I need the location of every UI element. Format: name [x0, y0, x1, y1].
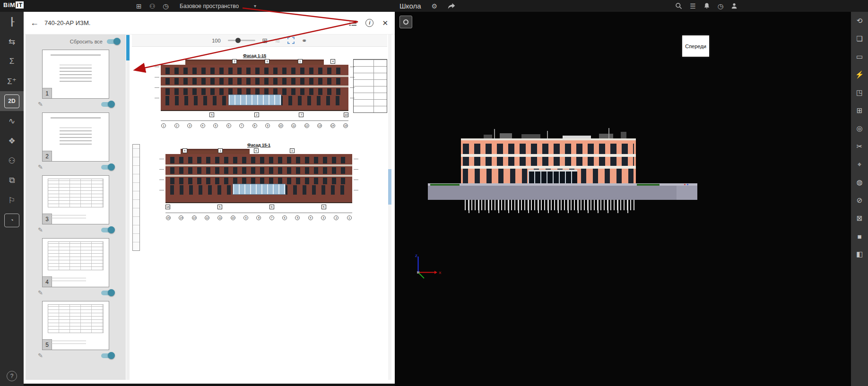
callout-box: 5 [321, 205, 326, 209]
axis-label: 4 [200, 123, 205, 128]
facade-legend-table [353, 59, 387, 113]
viewer-scrollbar-thumb[interactable] [388, 169, 391, 205]
axis-label: 11 [217, 215, 222, 220]
axis-label: 7 [269, 215, 274, 220]
section-plane-icon[interactable]: ◳ [851, 84, 868, 102]
facade-title: Фасад 1-15 [161, 53, 348, 58]
top-bar: BiMiT ⊞⚇◷ Базовое пространство ▾ Школа ⚙… [0, 0, 868, 12]
user-avatar-icon[interactable] [731, 2, 738, 9]
thumbnail-page[interactable]: 2 [42, 112, 109, 162]
workspace-selector[interactable]: Базовое пространство ▾ [180, 0, 256, 12]
zoom-slider-knob[interactable] [235, 38, 241, 43]
page-visibility-toggle[interactable] [101, 291, 113, 295]
section-cube-icon[interactable]: ◧ [851, 245, 868, 263]
axis-label: 10 [278, 123, 283, 128]
fit-screen-icon[interactable] [287, 37, 295, 44]
settings-gear-icon[interactable]: ⚙ [432, 3, 438, 9]
info-icon[interactable]: i [365, 19, 373, 27]
axis-label: 5 [295, 215, 300, 220]
grid-icon[interactable]: ⊞ [851, 102, 868, 120]
facade-drawing-1: Фасад 1-15 3614 52710 123456789101112131… [161, 53, 348, 128]
axis-label: 12 [205, 215, 209, 220]
sheet-list-icon[interactable] [349, 20, 357, 26]
crosshair-icon[interactable]: ⌖ [851, 155, 868, 173]
svg-text:X: X [439, 271, 442, 275]
thumbnail-page[interactable]: 4 [42, 238, 109, 287]
back-arrow-button[interactable]: ← [30, 18, 39, 28]
share-icon[interactable] [448, 3, 455, 9]
page-visibility-toggle[interactable] [101, 165, 113, 170]
shaded-view-icon[interactable]: ◍ [851, 173, 868, 191]
measure-icon[interactable]: ▭ [851, 48, 868, 66]
axis-label: 15 [343, 123, 348, 128]
focus-icon[interactable]: ◎ [851, 120, 868, 137]
page-number-badge: 2 [43, 151, 52, 161]
users-icon[interactable]: ⚇ [0, 151, 24, 171]
thumbnail-page[interactable]: 1 [42, 50, 109, 99]
callout-box: 3 [232, 59, 237, 64]
edit-icon[interactable]: ✎ [38, 289, 43, 296]
graphs-icon[interactable]: ∿ [0, 111, 24, 131]
collaboration-icon[interactable]: ⚇ [149, 3, 156, 9]
foundation-slab [428, 186, 697, 200]
sum-icon[interactable]: Σ [0, 51, 24, 71]
entrance-glazing [228, 94, 281, 105]
view-2d-icon[interactable]: 2D [0, 91, 24, 111]
delete-selection-icon[interactable]: ⊠ [851, 209, 868, 227]
page-visibility-toggle[interactable] [101, 102, 113, 107]
quick-pin-icon[interactable]: ⚡ [851, 66, 868, 84]
callout-box: 7 [299, 112, 304, 117]
clip-icon[interactable]: ✂ [851, 137, 868, 155]
link-lock-icon[interactable]: ⚭ [302, 37, 307, 44]
help-button[interactable]: ? [7, 371, 17, 381]
edit-icon[interactable]: ✎ [38, 352, 43, 359]
zoom-slider[interactable] [228, 40, 255, 41]
axis-label: 5 [213, 123, 218, 128]
zoom-extents-icon[interactable]: ⊞ [262, 37, 268, 44]
building-model [461, 138, 636, 184]
search-icon[interactable] [675, 2, 682, 9]
sheet-canvas[interactable]: Фасад 1-15 3614 52710 123456789101112131… [132, 47, 387, 380]
axis-label: 11 [291, 123, 296, 128]
page-number-badge: 5 [43, 339, 52, 350]
hide-icon[interactable]: ⊘ [851, 191, 868, 209]
screen-select-icon[interactable]: ❏ [851, 30, 868, 48]
thumbnail-page[interactable]: 5 [42, 301, 109, 350]
sum-add-icon[interactable]: Σ⁺ [0, 71, 24, 91]
dashboard-icon[interactable]: ◔ [0, 210, 24, 230]
recent-clock-icon[interactable]: ◷ [718, 3, 723, 9]
history-icon[interactable]: ◷ [163, 3, 168, 9]
thumbnail-list: 1✎2✎3✎4✎5✎ [26, 50, 126, 359]
thumbnail-scrollbar [126, 34, 130, 380]
plugins-icon[interactable]: ❖ [0, 131, 24, 151]
view-capture-icon[interactable] [399, 16, 412, 28]
callout-box: 9 [269, 205, 274, 209]
callout-box: 4 [182, 148, 187, 153]
edit-icon[interactable]: ✎ [38, 226, 43, 233]
close-icon[interactable]: ✕ [382, 19, 388, 27]
page-visibility-toggle[interactable] [101, 353, 113, 358]
measure-tool-icon[interactable]: ≋ [275, 37, 280, 44]
page-visibility-toggle[interactable] [101, 228, 113, 232]
orbit-icon[interactable]: ⟲ [851, 12, 868, 30]
export-icon[interactable]: ⧉ [0, 171, 24, 190]
edit-icon[interactable]: ✎ [38, 163, 43, 171]
app-logo: BiMiT [3, 1, 24, 9]
edit-icon[interactable]: ✎ [38, 101, 43, 108]
workspace-label: Базовое пространство [180, 3, 239, 9]
relations-icon[interactable]: ⇆ [0, 32, 24, 51]
notifications-bell-icon[interactable] [703, 2, 710, 9]
solid-cube-icon[interactable]: ■ [851, 227, 868, 245]
person-location-icon[interactable]: ⚐ [0, 190, 24, 210]
thumbnail-scrollbar-thumb[interactable] [126, 35, 130, 60]
storage-icon[interactable]: ⊞ [136, 3, 142, 9]
orientation-axes: Z X [409, 253, 447, 286]
callout-box: 3 [290, 148, 295, 153]
document-title: 740-20-АР ИЗМ. [44, 19, 90, 26]
viewer-3d[interactable]: Спереди Z X [395, 12, 851, 386]
application-window: BiMiT ⊞⚇◷ Базовое пространство ▾ Школа ⚙… [0, 0, 868, 386]
model-structure-icon[interactable]: ┠ [0, 12, 24, 32]
menu-list-icon[interactable]: ☰ [690, 3, 696, 9]
thumbnail-page[interactable]: 3 [42, 175, 109, 224]
reset-all-toggle[interactable] [107, 39, 119, 44]
